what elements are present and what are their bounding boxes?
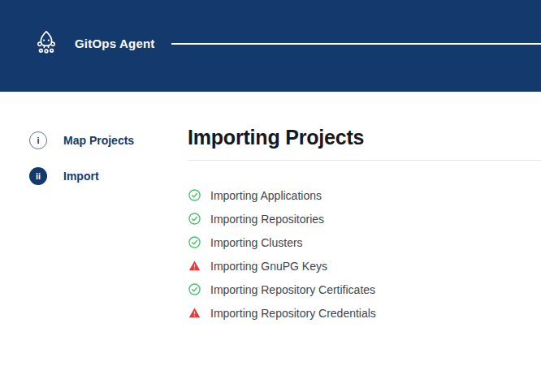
step-2-indicator: ii: [29, 167, 47, 185]
warning-triangle-icon: [188, 307, 201, 320]
status-label: Importing GnuPG Keys: [210, 260, 327, 273]
success-check-icon: [188, 236, 201, 249]
wizard-steps-nav: i Map Projects ii Import: [0, 92, 188, 392]
status-label: Importing Clusters: [210, 236, 303, 249]
sidebar-step-map-projects[interactable]: i Map Projects: [29, 131, 188, 149]
sidebar-step-import[interactable]: ii Import: [29, 167, 188, 185]
success-check-icon: [188, 189, 201, 202]
header-divider-line: [171, 43, 541, 45]
app: GitOps Agent i Map Projects ii Import Im…: [0, 0, 541, 392]
list-item: Importing Repository Certificates: [188, 282, 541, 296]
app-header: GitOps Agent: [0, 0, 541, 92]
list-item: Importing Clusters: [188, 235, 541, 249]
content-area: i Map Projects ii Import Importing Proje…: [0, 92, 541, 392]
list-item: Importing Applications: [188, 188, 541, 202]
success-check-icon: [188, 213, 201, 226]
header-inner: GitOps Agent: [31, 28, 541, 60]
list-item: Importing GnuPG Keys: [188, 259, 541, 273]
status-label: Importing Repository Certificates: [210, 283, 375, 296]
octopus-logo-icon: [31, 28, 62, 60]
step-1-indicator: i: [29, 131, 47, 149]
main-panel: Importing Projects Importing Application…: [188, 92, 541, 392]
status-label: Importing Repositories: [210, 213, 324, 226]
brand-title: GitOps Agent: [75, 37, 155, 50]
warning-triangle-icon: [188, 260, 201, 273]
step-2-label: Import: [63, 170, 99, 183]
list-item: Importing Repositories: [188, 212, 541, 226]
status-label: Importing Repository Credentials: [210, 307, 376, 320]
title-divider: [188, 160, 541, 161]
list-item: Importing Repository Credentials: [188, 306, 541, 320]
status-label: Importing Applications: [210, 189, 322, 202]
step-1-label: Map Projects: [63, 134, 134, 147]
import-status-list: Importing ApplicationsImporting Reposito…: [188, 188, 541, 320]
page-title: Importing Projects: [188, 126, 541, 149]
success-check-icon: [188, 283, 201, 296]
